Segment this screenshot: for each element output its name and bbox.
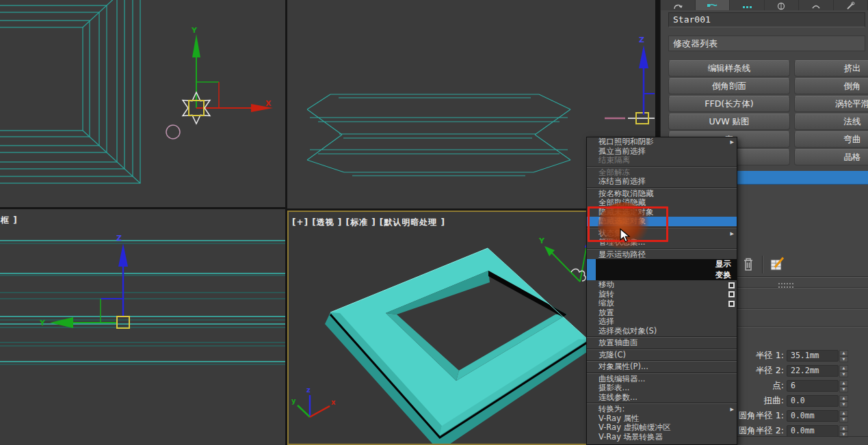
spinner-up-icon[interactable]: ▲ bbox=[839, 395, 848, 401]
menu-item[interactable]: 孤立当前选择 bbox=[587, 147, 737, 157]
selection-box bbox=[117, 316, 129, 328]
menu-item-label: 按名称取消隐藏 bbox=[599, 189, 654, 198]
tab-motion[interactable] bbox=[765, 0, 800, 10]
tab-modify[interactable] bbox=[696, 0, 731, 10]
settings-box-icon[interactable] bbox=[728, 291, 735, 297]
menu-item[interactable]: 旋转 bbox=[587, 290, 737, 299]
parameter-value-field[interactable]: 0.0mm bbox=[787, 410, 839, 422]
menu-item[interactable]: 选择 bbox=[587, 317, 737, 327]
parameter-value-field[interactable]: 22.2mm bbox=[787, 365, 839, 377]
viewport-label[interactable]: [+] [透视 ] [标准 ] [默认明暗处理 ] bbox=[292, 217, 445, 228]
menu-item[interactable]: 显示运动路径 bbox=[587, 250, 737, 260]
menu-item[interactable]: V-Ray 虚拟帧缓冲区 bbox=[587, 423, 737, 433]
tab-display[interactable] bbox=[799, 0, 834, 10]
menu-item[interactable]: 连线参数... bbox=[587, 393, 737, 403]
modifier-button[interactable]: 涡轮平滑 bbox=[794, 96, 868, 112]
spinner-down-icon[interactable]: ▼ bbox=[839, 386, 848, 392]
spinner: ▲▼ bbox=[839, 410, 848, 422]
menu-item-label: 选择类似对象(S) bbox=[599, 326, 657, 336]
menu-item[interactable]: 冻结当前选择 bbox=[587, 177, 737, 187]
menu-item[interactable]: 放置 bbox=[587, 308, 737, 318]
quad-section-header[interactable]: 显示 bbox=[587, 259, 737, 270]
menu-item[interactable]: 选择类似对象(S) bbox=[587, 327, 737, 336]
delete-modifier-icon[interactable] bbox=[741, 256, 755, 273]
axis-x-label: x bbox=[331, 399, 336, 406]
menu-item[interactable]: V-Ray 属性 bbox=[587, 414, 737, 424]
spinner-down-icon[interactable]: ▼ bbox=[839, 401, 848, 407]
viewport-side[interactable]: 框 ] bbox=[0, 209, 285, 445]
spinner-up-icon[interactable]: ▲ bbox=[839, 410, 848, 416]
axis-y-label: y bbox=[291, 397, 296, 405]
quad-section-header[interactable]: 变换 bbox=[587, 270, 737, 281]
spinner-down-icon[interactable]: ▼ bbox=[839, 416, 848, 422]
menu-item[interactable]: 缩放 bbox=[587, 299, 737, 308]
menu-item[interactable]: 移动 bbox=[587, 280, 737, 290]
spinner-down-icon[interactable]: ▼ bbox=[839, 371, 848, 377]
spinner-up-icon[interactable]: ▲ bbox=[839, 350, 848, 356]
tab-create[interactable] bbox=[661, 0, 696, 10]
modifier-button[interactable]: 法线 bbox=[794, 113, 868, 130]
parameter-value-field[interactable]: 0.0mm bbox=[787, 425, 839, 437]
configure-modifier-sets-icon[interactable] bbox=[769, 256, 785, 273]
spinner-up-icon[interactable]: ▲ bbox=[839, 425, 848, 431]
menu-item[interactable]: 转换为:▶ bbox=[587, 405, 737, 414]
quad-blue-square bbox=[587, 270, 596, 281]
submenu-arrow-icon: ▶ bbox=[731, 229, 734, 239]
frame-wireframe-rects bbox=[0, 0, 140, 183]
spinner-up-icon[interactable]: ▲ bbox=[839, 365, 848, 371]
wireframe-top-view: Y X bbox=[0, 0, 285, 207]
frame-object[interactable] bbox=[325, 248, 591, 444]
axis-z-label: Z bbox=[116, 234, 122, 243]
menu-item[interactable]: 摄影表... bbox=[587, 383, 737, 393]
rollout-grip[interactable] bbox=[778, 283, 793, 288]
modifier-list-dropdown[interactable]: 修改器列表 bbox=[668, 36, 865, 51]
spinner-up-icon[interactable]: ▲ bbox=[839, 380, 848, 386]
quad-context-menu: 视口照明和阴影▶孤立当前选择结束隔离全部解冻冻结当前选择按名称取消隐藏全部取消隐… bbox=[586, 137, 737, 445]
tab-utilities[interactable] bbox=[834, 0, 868, 10]
menu-item-label: 结束隔离 bbox=[599, 155, 630, 165]
menu-item[interactable]: V-Ray 场景转换器 bbox=[587, 433, 737, 442]
menu-item-label: 旋转 bbox=[599, 289, 614, 299]
circle-spline[interactable] bbox=[166, 125, 180, 139]
modifier-button[interactable]: FFD(长方体) bbox=[668, 96, 790, 112]
parameter-value-field[interactable]: 35.1mm bbox=[787, 350, 839, 362]
move-gizmo[interactable]: Y X bbox=[191, 26, 273, 112]
app-window: Y X Z 框 ] bbox=[0, 0, 868, 445]
axis-z-label: z bbox=[306, 386, 311, 394]
object-name-field[interactable]: Star001 bbox=[668, 12, 865, 27]
menu-item-label: 缩放 bbox=[599, 298, 614, 308]
modifier-button[interactable]: 弯曲 bbox=[794, 131, 868, 148]
wireframe-side-view: Z Y bbox=[0, 209, 285, 445]
world-axis-gizmo: z y x bbox=[291, 386, 336, 417]
display-icon bbox=[811, 1, 821, 10]
spinner-down-icon[interactable]: ▼ bbox=[839, 356, 848, 362]
menu-item: 结束隔离 bbox=[587, 156, 737, 165]
z-axis-gizmo[interactable]: Z bbox=[639, 36, 655, 115]
move-gizmo[interactable]: Y bbox=[538, 237, 590, 282]
tab-hierarchy[interactable] bbox=[730, 0, 765, 10]
parameter-value-field[interactable]: 0.0 bbox=[787, 395, 839, 407]
menu-item[interactable]: 放置轴曲面 bbox=[587, 338, 737, 348]
menu-item[interactable]: 克隆(C) bbox=[587, 351, 737, 360]
modifier-button[interactable]: 倒角剖面 bbox=[668, 78, 790, 94]
modifier-button[interactable]: 晶格 bbox=[794, 149, 868, 165]
menu-item-label: 孤立当前选择 bbox=[599, 146, 646, 156]
menu-item[interactable]: 按名称取消隐藏 bbox=[587, 189, 737, 199]
viewport-label-fragment[interactable]: 框 ] bbox=[1, 215, 18, 226]
menu-item-label: 全部解冻 bbox=[599, 167, 630, 177]
settings-box-icon[interactable] bbox=[728, 282, 735, 288]
menu-item[interactable]: 曲线编辑器... bbox=[587, 375, 737, 384]
modifier-button[interactable]: 倒角 bbox=[794, 78, 868, 94]
star-edge-on-selected[interactable] bbox=[605, 113, 655, 124]
modifier-button[interactable]: UVW 贴图 bbox=[668, 113, 790, 130]
modifier-button[interactable]: 编辑样条线 bbox=[668, 60, 790, 77]
modifier-button[interactable]: 挤出 bbox=[794, 60, 868, 77]
move-gizmo[interactable]: Z Y bbox=[39, 234, 128, 328]
parameter-value-field[interactable]: 6 bbox=[787, 380, 839, 392]
menu-item-label: V-Ray 场景转换器 bbox=[599, 432, 663, 442]
quad-header-label: 显示 bbox=[715, 259, 731, 270]
menu-item[interactable]: 对象属性(P)... bbox=[587, 362, 737, 372]
viewport-top[interactable]: Y X bbox=[0, 0, 285, 207]
menu-item[interactable]: 视口照明和阴影▶ bbox=[587, 137, 737, 147]
settings-box-icon[interactable] bbox=[728, 301, 735, 307]
